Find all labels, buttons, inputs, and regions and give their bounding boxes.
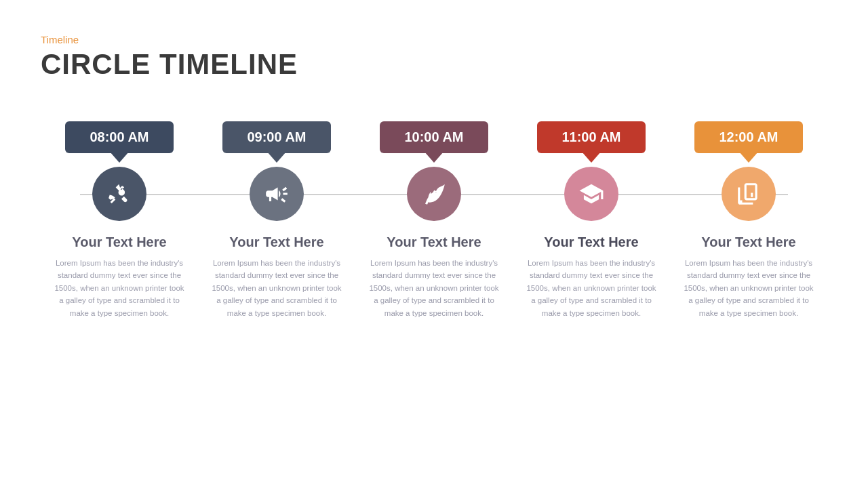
circle-icon-3: [407, 167, 461, 221]
header-title: CIRCLE TIMELINE: [41, 48, 827, 81]
circle-icon-1: [92, 167, 146, 221]
header: Timeline CIRCLE TIMELINE: [41, 34, 827, 81]
text-item-2: Your Text Here Lorem Ipsum has been the …: [209, 235, 344, 319]
text-body-5: Lorem Ipsum has been the industry's stan…: [681, 257, 816, 319]
text-body-3: Lorem Ipsum has been the industry's stan…: [366, 257, 502, 319]
text-title-1: Your Text Here: [52, 235, 187, 250]
text-body-1: Lorem Ipsum has been the industry's stan…: [52, 257, 187, 319]
graduation-icon: [578, 181, 604, 207]
bubble-item-2: 09:00 AM: [209, 121, 344, 153]
text-item-1: Your Text Here Lorem Ipsum has been the …: [52, 235, 187, 319]
text-title-5: Your Text Here: [681, 235, 816, 250]
bubbles-row: 08:00 AM 09:00 AM 10:00 AM 11:00 AM 12:0…: [41, 121, 827, 153]
time-bubble-1: 08:00 AM: [65, 121, 174, 153]
time-bubble-5: 12:00 AM: [694, 121, 803, 153]
time-bubble-2: 09:00 AM: [222, 121, 331, 153]
timeline-container: 08:00 AM 09:00 AM 10:00 AM 11:00 AM 12:0…: [41, 121, 827, 461]
text-title-3: Your Text Here: [366, 235, 502, 250]
text-title-4: Your Text Here: [524, 235, 659, 250]
bubble-item-3: 10:00 AM: [366, 121, 502, 153]
book-icon: [736, 181, 762, 207]
circle-icon-2: [250, 167, 304, 221]
text-row: Your Text Here Lorem Ipsum has been the …: [41, 235, 827, 319]
page: Timeline CIRCLE TIMELINE 08:00 AM 09:00 …: [0, 0, 868, 488]
text-item-4: Your Text Here Lorem Ipsum has been the …: [524, 235, 659, 319]
circle-icon-4: [564, 167, 618, 221]
bubble-item-1: 08:00 AM: [52, 121, 187, 153]
text-body-2: Lorem Ipsum has been the industry's stan…: [209, 257, 344, 319]
bubble-item-4: 11:00 AM: [524, 121, 659, 153]
time-bubble-3: 10:00 AM: [380, 121, 488, 153]
text-item-5: Your Text Here Lorem Ipsum has been the …: [681, 235, 816, 319]
text-title-2: Your Text Here: [209, 235, 344, 250]
circle-icon-5: [722, 167, 776, 221]
text-body-4: Lorem Ipsum has been the industry's stan…: [524, 257, 659, 319]
megaphone-icon: [264, 181, 290, 207]
bubble-item-5: 12:00 AM: [681, 121, 816, 153]
circles-row: [41, 167, 827, 221]
header-label: Timeline: [41, 34, 827, 45]
leaf-icon: [421, 181, 447, 207]
tools-icon: [106, 181, 132, 207]
time-bubble-4: 11:00 AM: [537, 121, 646, 153]
text-item-3: Your Text Here Lorem Ipsum has been the …: [366, 235, 502, 319]
